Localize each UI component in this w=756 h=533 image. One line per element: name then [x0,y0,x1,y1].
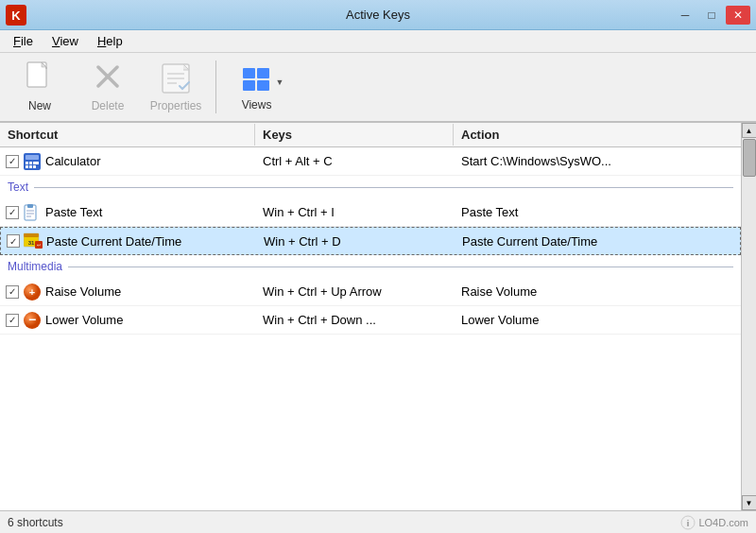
paste-text-icon [23,203,42,222]
row-name-paste-text: ✓ Paste Text [0,200,255,225]
new-icon [23,61,57,95]
delete-label: Delete [92,99,125,112]
row-name-label-calculator: Calculator [45,154,101,168]
group-text-line [34,187,733,188]
table-row[interactable]: ✓ + Raise Volume Win + Ctrl + Up Arrow R… [0,278,741,306]
checkbox-calculator[interactable]: ✓ [6,155,19,168]
title-bar-left: K [6,5,26,26]
app-logo-icon: K [6,5,26,26]
row-keys-paste-text: Win + Ctrl + I [255,202,454,222]
row-action-raise-vol: Raise Volume [454,282,741,301]
group-multimedia-separator: Multimedia [0,255,741,278]
table-row[interactable]: ✓ − Lower Volume Win + Ctrl + Down ... L… [0,306,741,335]
table-header: Shortcut Keys Action [0,123,741,147]
views-label: Views [242,98,272,112]
svg-rect-17 [29,162,32,164]
group-multimedia-line [68,266,733,267]
svg-rect-11 [257,68,269,78]
window-title: Active Keys [346,8,410,22]
delete-button[interactable]: Delete [76,57,140,117]
svg-rect-23 [27,204,33,208]
row-name-label-paste-text: Paste Text [45,205,102,219]
col-action: Action [454,124,741,146]
svg-text:31: 31 [28,240,35,246]
list-area: Shortcut Keys Action ✓ [0,123,741,510]
row-name-calculator: ✓ Calculator [0,149,255,174]
status-text: 6 shortcuts [8,516,63,529]
row-name-paste-date: ✓ 31 ↩ Paste Current Date/Time [1,229,256,253]
scroll-down-button[interactable]: ▼ [742,495,757,510]
row-name-lower-vol: ✓ − Lower Volume [0,308,255,333]
row-keys-paste-date: Win + Ctrl + D [256,232,455,251]
table-row[interactable]: ✓ Paste Text Win + Ctrl + I Paste Text [0,198,741,227]
checkbox-lower-vol[interactable]: ✓ [6,314,19,327]
table-row[interactable]: ✓ Calculator [0,147,741,176]
toolbar-separator [215,60,216,113]
views-button[interactable]: Views ▼ [224,57,300,117]
scrollbar[interactable]: ▲ ▼ [741,123,756,510]
svg-text:+: + [29,286,35,298]
close-button[interactable]: ✕ [726,6,750,25]
svg-text:↩: ↩ [37,242,41,248]
row-keys-lower-vol: Win + Ctrl + Down ... [255,310,454,330]
checkbox-paste-date[interactable]: ✓ [7,234,20,248]
paste-date-icon: 31 ↩ [24,232,43,250]
row-name-label-raise-vol: Raise Volume [45,284,121,299]
delete-icon [91,61,125,95]
row-action-paste-date: Paste Current Date/Time [455,232,740,251]
row-keys-raise-vol: Win + Ctrl + Up Arrow [255,282,454,301]
svg-rect-13 [257,80,269,91]
properties-button[interactable]: Properties [144,57,208,117]
table-body: ✓ Calculator [0,147,741,510]
lower-volume-icon: − [23,311,42,330]
title-controls: ─ □ ✕ [673,6,750,25]
svg-text:i: i [687,519,690,528]
scroll-up-button[interactable]: ▲ [742,123,757,138]
svg-rect-15 [26,155,39,160]
col-shortcut: Shortcut [0,124,255,146]
svg-rect-18 [33,162,39,164]
properties-icon [159,61,193,95]
row-action-calculator: Start C:\Windows\SysWO... [454,151,741,171]
status-bar: 6 shortcuts i LO4D.com [0,510,756,533]
checkbox-raise-vol[interactable]: ✓ [6,285,19,299]
watermark: i LO4D.com [680,515,748,530]
row-name-label-lower-vol: Lower Volume [45,313,123,327]
toolbar: New Delete Properties [0,53,756,123]
row-keys-calculator: Ctrl + Alt + C [255,151,454,171]
main-content: Shortcut Keys Action ✓ [0,123,756,510]
views-icon [240,62,274,96]
group-multimedia-label: Multimedia [8,260,62,273]
menu-view[interactable]: View [43,32,88,50]
watermark-text: LO4D.com [698,517,748,528]
views-dropdown-arrow[interactable]: ▼ [276,77,284,87]
group-text-label: Text [8,181,28,194]
menu-file[interactable]: File [4,32,43,50]
svg-rect-16 [26,162,28,164]
row-action-lower-vol: Lower Volume [454,310,741,330]
watermark-icon: i [680,515,696,530]
svg-rect-12 [243,80,255,91]
svg-rect-19 [26,165,28,168]
raise-volume-icon: + [23,283,42,301]
maximize-button[interactable]: □ [699,6,724,25]
svg-rect-10 [243,68,255,78]
scroll-thumb[interactable] [743,139,756,177]
svg-rect-28 [24,233,39,237]
group-text-separator: Text [0,176,741,198]
properties-label: Properties [150,99,202,112]
new-button[interactable]: New [8,57,72,117]
svg-rect-21 [33,165,36,168]
svg-text:−: − [28,312,36,327]
menu-help[interactable]: Help [88,32,132,50]
title-bar: K Active Keys ─ □ ✕ [0,0,756,30]
checkbox-paste-text[interactable]: ✓ [6,206,19,219]
table-row[interactable]: ✓ 31 ↩ Paste Current Date/Time Win + Ctr… [0,227,741,255]
scroll-track [742,138,757,495]
row-action-paste-text: Paste Text [454,202,741,222]
menu-bar: File View Help [0,30,756,53]
new-label: New [28,99,51,112]
calculator-icon [23,152,42,171]
minimize-button[interactable]: ─ [673,6,697,25]
col-keys: Keys [255,124,454,146]
